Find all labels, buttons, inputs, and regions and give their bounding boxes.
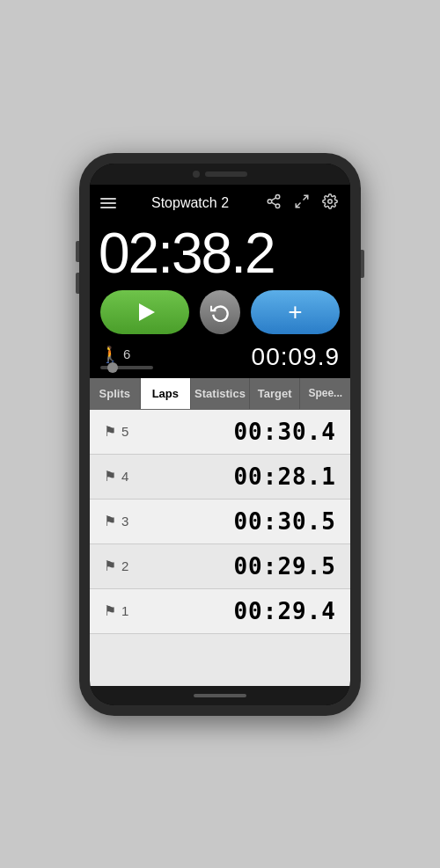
flag-icon: ⚑ [104,602,116,619]
reset-button[interactable] [200,290,240,334]
lap-item[interactable]: ⚑ 5 00:30.4 [90,410,350,455]
lap-label: ⚑ 1 [104,602,128,619]
current-lap-time: 00:09.9 [252,343,340,371]
lap-count-display: 🚶 6 [100,345,130,364]
lap-time-value: 00:30.5 [233,508,336,535]
volume-up-button[interactable] [76,241,79,262]
app-container: Stopwatch 2 [90,185,350,686]
controls-row: + [90,281,350,343]
lap-item[interactable]: ⚑ 1 00:29.4 [90,589,350,634]
lap-label: ⚑ 5 [104,423,128,440]
header-icons [264,192,340,215]
lap-number-label: 1 [121,603,128,618]
power-button[interactable] [361,250,364,278]
tab-statistics[interactable]: Statistics [191,378,250,409]
lap-number-label: 2 [121,558,128,573]
phone-screen: Stopwatch 2 [90,164,350,705]
phone-bottom-bar [90,686,350,705]
lap-number: 6 [123,346,130,361]
expand-button[interactable] [292,192,312,215]
tab-speed[interactable]: Spee... [300,378,350,409]
tab-bar: Splits Laps Statistics Target Spee... [90,378,350,410]
svg-line-3 [271,202,275,205]
lap-time-value: 00:29.4 [233,598,336,624]
svg-point-0 [275,194,280,199]
app-title: Stopwatch 2 [151,195,229,211]
lap-time-value: 00:28.1 [233,463,336,490]
lap-label: ⚑ 3 [104,513,128,529]
laps-list: ⚑ 5 00:30.4 ⚑ 4 00:28.1 ⚑ 3 00:30.5 ⚑ 2 … [90,410,350,686]
lap-number-label: 5 [121,424,128,439]
tab-target[interactable]: Target [250,378,301,409]
flag-icon: ⚑ [104,558,116,574]
tab-splits[interactable]: Splits [90,378,141,409]
lap-item[interactable]: ⚑ 4 00:28.1 [90,455,350,500]
lap-item[interactable]: ⚑ 2 00:29.5 [90,544,350,589]
play-button[interactable] [100,290,189,334]
svg-line-4 [271,197,275,200]
play-icon [139,303,155,321]
home-bar[interactable] [194,694,246,697]
svg-line-6 [296,202,300,207]
person-icon: 🚶 [100,345,120,364]
earpiece-speaker [205,171,247,177]
lap-time-value: 00:29.5 [233,553,336,580]
flag-icon: ⚑ [104,513,116,529]
lap-time-value: 00:30.4 [233,419,336,445]
flag-icon: ⚑ [104,468,116,485]
lap-item[interactable]: ⚑ 3 00:30.5 [90,500,350,544]
lap-plus-icon: + [288,298,302,326]
lap-label: ⚑ 4 [104,468,128,485]
lap-count-row: 🚶 6 00:09.9 [90,343,350,378]
settings-button[interactable] [320,192,340,215]
share-button[interactable] [264,192,283,215]
menu-button[interactable] [100,198,116,208]
main-time-display: 02:38.2 [99,225,341,281]
lap-label: ⚑ 2 [104,558,128,574]
tab-laps[interactable]: Laps [141,378,192,409]
app-header: Stopwatch 2 [90,185,350,222]
svg-point-7 [328,199,333,203]
reset-icon [210,303,230,322]
lap-number-label: 4 [121,469,128,484]
lap-slider-handle [107,362,118,373]
timer-display: 02:38.2 [90,222,350,281]
volume-down-button[interactable] [76,273,79,294]
phone-notch [90,164,350,185]
svg-point-1 [268,199,272,203]
svg-point-2 [275,204,280,208]
lap-button[interactable]: + [251,290,340,334]
lap-number-label: 3 [121,514,128,529]
phone-frame: Stopwatch 2 [79,153,361,716]
flag-icon: ⚑ [104,423,116,440]
lap-slider[interactable] [100,366,153,369]
front-camera [193,171,200,178]
svg-line-5 [304,195,308,200]
